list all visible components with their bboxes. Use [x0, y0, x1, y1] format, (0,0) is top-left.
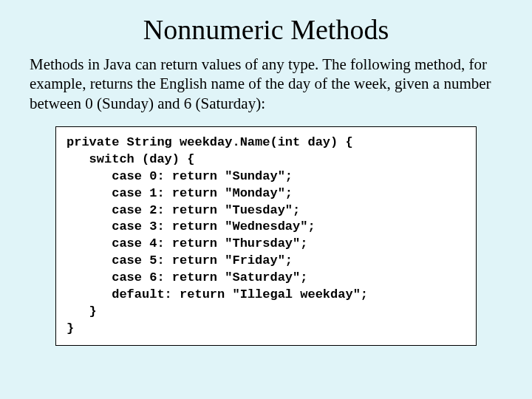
slide-title: Nonnumeric Methods: [30, 13, 502, 46]
slide-container: Nonnumeric Methods Methods in Java can r…: [0, 0, 532, 368]
slide-paragraph: Methods in Java can return values of any…: [30, 55, 502, 113]
code-block: private String weekday.Name(int day) { s…: [55, 126, 477, 346]
